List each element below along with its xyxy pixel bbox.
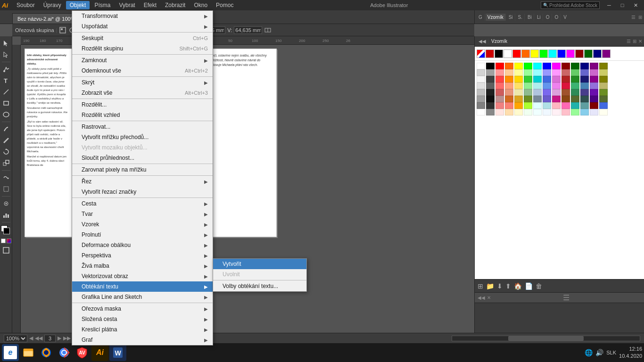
swatch-cell[interactable] xyxy=(524,96,532,102)
swatch-cell[interactable] xyxy=(486,102,495,109)
menu-soubor[interactable]: Soubor xyxy=(13,1,39,9)
swatch-cell[interactable] xyxy=(514,76,523,82)
swatch-cell[interactable] xyxy=(599,109,608,115)
swatch-yellow[interactable] xyxy=(530,49,539,58)
swatch-cell[interactable] xyxy=(580,109,589,115)
submenu-volby[interactable]: Volby obtékání textu... xyxy=(213,281,306,291)
swatch-cell[interactable] xyxy=(486,82,495,89)
swatch-red-2[interactable] xyxy=(512,49,521,58)
swatch-cell[interactable] xyxy=(561,89,570,96)
taskbar-antivirus[interactable]: AV xyxy=(74,344,91,361)
swatch-cell[interactable] xyxy=(524,82,532,89)
menu-zobrazit[interactable]: Zobrazit xyxy=(161,1,189,9)
swatch-cell[interactable] xyxy=(505,109,513,115)
swatch-cell[interactable] xyxy=(524,63,532,69)
li-tab[interactable]: Li xyxy=(535,14,543,21)
swatch-cell[interactable] xyxy=(543,82,551,89)
swatch-darkgreen[interactable] xyxy=(584,49,593,58)
swatch-cell[interactable] xyxy=(524,76,532,82)
swatch-cell[interactable] xyxy=(524,89,532,96)
o-tab[interactable]: O xyxy=(544,14,552,21)
swatch-cell[interactable] xyxy=(590,63,598,69)
v-tab[interactable]: V xyxy=(561,14,569,21)
menu-cesta[interactable]: Cesta ▶ xyxy=(72,198,213,209)
swatch-cell[interactable] xyxy=(543,109,551,115)
swatch-cell[interactable] xyxy=(533,82,542,89)
direct-selection-tool[interactable] xyxy=(1,49,11,60)
swatch-cell[interactable] xyxy=(571,82,579,89)
swatch-cell[interactable] xyxy=(533,96,542,102)
panel-close-icon[interactable]: ✕ xyxy=(638,39,642,44)
swatch-cell[interactable] xyxy=(477,63,485,69)
swatch-cell[interactable] xyxy=(590,96,598,102)
swatch-export-icon[interactable]: ⬆ xyxy=(505,282,511,290)
menu-select[interactable]: Vybrat xyxy=(115,1,139,9)
swatch-orange[interactable] xyxy=(521,49,530,58)
swatch-cell[interactable] xyxy=(571,89,579,96)
menu-kreslici-platna[interactable]: Kreslicí plátna ▶ xyxy=(72,324,213,335)
bLibrary-tab[interactable]: Bi xyxy=(526,14,534,21)
swatch-cell[interactable] xyxy=(477,76,485,82)
menu-slozena-cesta[interactable]: Složená cesta ▶ xyxy=(72,314,213,324)
taskbar-explorer[interactable] xyxy=(20,344,37,361)
swatch-cell[interactable] xyxy=(486,76,495,82)
swatch-cell[interactable] xyxy=(486,63,495,69)
menu-vektorizovat[interactable]: Vektorizovat obraz ▶ xyxy=(72,271,213,281)
swatch-cell[interactable] xyxy=(524,102,532,109)
panel-options-icon[interactable]: ☰ xyxy=(627,39,631,44)
swatch-cell[interactable] xyxy=(533,76,542,82)
swatch-cell[interactable] xyxy=(514,102,523,109)
menu-pisma[interactable]: Písma xyxy=(91,1,114,9)
swatch-cell[interactable] xyxy=(543,96,551,102)
brush-tool[interactable] xyxy=(1,124,11,134)
swatch-darkred[interactable] xyxy=(575,49,584,58)
swatch-purple[interactable] xyxy=(602,49,611,58)
swatch-cell[interactable] xyxy=(571,102,579,109)
swatch-cell[interactable] xyxy=(486,96,495,102)
swatch-cell[interactable] xyxy=(599,63,608,69)
symboly-tab[interactable]: S. xyxy=(516,14,525,21)
horizontal-scrollbar[interactable] xyxy=(452,336,640,341)
swatch-cell[interactable] xyxy=(505,96,513,102)
swatch-cell[interactable] xyxy=(552,96,561,102)
change-screen-mode[interactable] xyxy=(1,245,11,255)
text-tool[interactable]: T xyxy=(1,75,11,86)
swatch-cell[interactable] xyxy=(599,69,608,76)
swatch-cell[interactable] xyxy=(580,82,589,89)
menu-odemknout-vse[interactable]: Odemknout vše Alt+Ctrl+2 xyxy=(72,66,213,76)
swatch-cell[interactable] xyxy=(477,109,485,115)
swatch-cell[interactable] xyxy=(486,109,495,115)
page-first-button[interactable]: ◀◀ xyxy=(35,335,42,341)
menu-rozdelit[interactable]: Rozdělit... xyxy=(72,99,213,110)
menu-objekt[interactable]: Objekt xyxy=(66,1,90,9)
swatch-cell[interactable] xyxy=(580,69,589,76)
free-transform-tool[interactable] xyxy=(1,184,11,194)
swatch-cell[interactable] xyxy=(580,89,589,96)
vzornik-tab[interactable]: Vzorník xyxy=(486,14,506,21)
menu-efekt[interactable]: Efekt xyxy=(140,1,160,9)
h-input[interactable] xyxy=(234,26,262,34)
swatch-cell[interactable] xyxy=(580,63,589,69)
swatch-cell[interactable] xyxy=(543,63,551,69)
swatch-cell[interactable] xyxy=(571,69,579,76)
swatch-cell[interactable] xyxy=(524,69,532,76)
network-icon[interactable]: 🌐 xyxy=(585,349,593,356)
menu-okno[interactable]: Okno xyxy=(190,1,211,9)
swatch-cell[interactable] xyxy=(533,63,542,69)
swatch-cell[interactable] xyxy=(561,76,570,82)
taskbar-firefox[interactable] xyxy=(38,344,55,361)
swatch-cell[interactable] xyxy=(524,109,532,115)
menu-zamknout[interactable]: Zamknout ▶ xyxy=(72,55,213,66)
obtekani-submenu[interactable]: Vytvořit Uvolnit Volby obtékání textu... xyxy=(213,258,307,292)
menu-upravy[interactable]: Úpravy xyxy=(40,1,65,9)
swatch-cell[interactable] xyxy=(514,96,523,102)
swatch-cell[interactable] xyxy=(514,63,523,69)
pencil-tool[interactable] xyxy=(1,135,11,146)
menu-skryt[interactable]: Skrýt ▶ xyxy=(72,77,213,88)
swatch-cell[interactable] xyxy=(552,109,561,115)
line-tool[interactable] xyxy=(1,87,11,97)
close-button[interactable]: ✕ xyxy=(629,0,642,10)
swatch-cell[interactable] xyxy=(561,63,570,69)
swatch-black[interactable] xyxy=(495,49,503,58)
o2-tab[interactable]: O xyxy=(553,14,561,21)
